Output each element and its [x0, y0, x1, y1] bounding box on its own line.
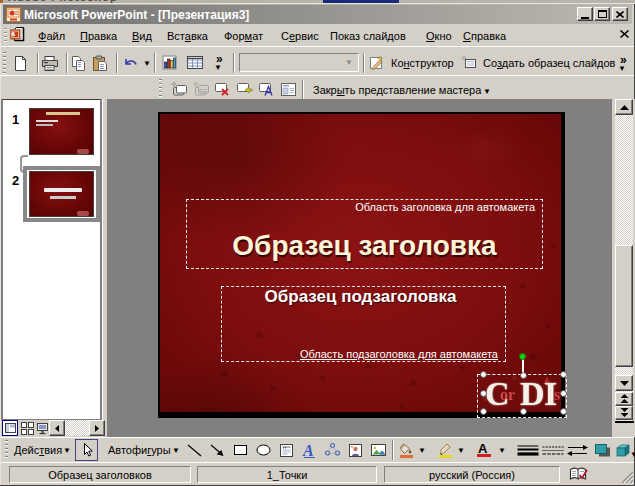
svg-text:A: A: [302, 442, 314, 459]
